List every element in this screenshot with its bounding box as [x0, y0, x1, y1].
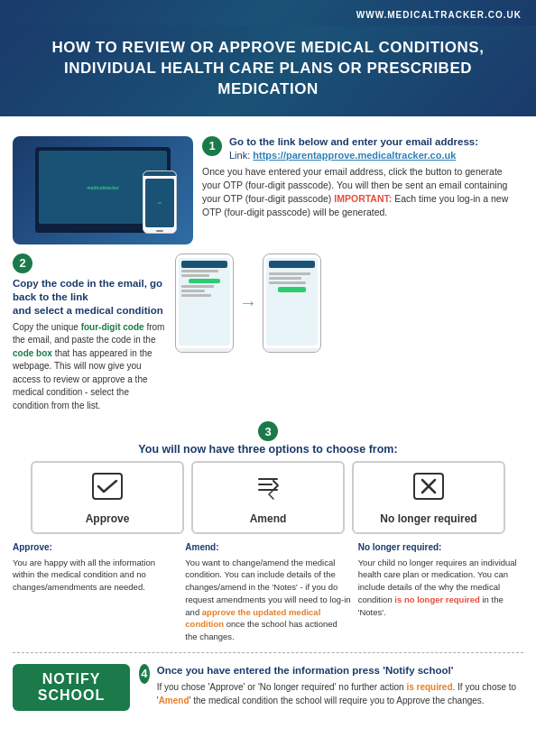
amend-desc: Amend: You want to change/amend the medi…: [185, 541, 350, 643]
no-longer-required-card[interactable]: No longer required: [352, 461, 505, 534]
no-longer-required-label: No longer required: [380, 512, 476, 525]
step3-badge-row: 3: [13, 421, 523, 441]
step4-row: NOTIFY SCHOOL 4 Once you have entered th…: [13, 664, 523, 711]
amend-desc-title: Amend:: [185, 541, 350, 555]
divider: [13, 652, 523, 653]
step2-left: 2 Copy the code in the email, go back to…: [13, 254, 166, 412]
step4-left: NOTIFY SCHOOL: [13, 664, 130, 711]
step3-title: You will now have three options to choos…: [13, 443, 523, 456]
approve-label: Approve: [86, 512, 130, 525]
approve-desc-title: Approve:: [13, 541, 178, 555]
step1-text: 1 Go to the link below and enter your em…: [202, 136, 523, 220]
step4-title: Once you have entered the information pr…: [157, 664, 523, 678]
step1-important: IMPORTANT:: [334, 193, 392, 204]
step1-badge: 1: [202, 136, 222, 156]
step1-title: Go to the link below and enter your emai…: [229, 136, 478, 147]
amend-label: Amend: [250, 512, 287, 525]
no-longer-required-desc: No longer required: Your child no longer…: [358, 541, 523, 643]
step3-badge: 3: [258, 421, 278, 441]
step1-row: medicaltracker mt 1: [13, 136, 523, 244]
step1-desc: Once you have entered your email address…: [202, 165, 523, 220]
phone2-left: [175, 254, 234, 353]
options-desc-row: Approve: You are happy with all the info…: [13, 541, 523, 643]
step2-phones: →: [175, 254, 523, 353]
notify-school-button[interactable]: NOTIFY SCHOOL: [13, 664, 130, 711]
step4-desc: If you chose 'Approve' or 'No longer req…: [157, 680, 523, 707]
main-content: medicaltracker mt 1: [0, 116, 536, 720]
step2-desc: Copy the unique four-digit code from the…: [13, 321, 166, 413]
website-url: WWW.MEDICALTRACKER.CO.UK: [356, 10, 522, 20]
header-main: HOW TO REVIEW OR APPROVE MEDICAL CONDITI…: [0, 25, 536, 116]
step4-badge: 4: [139, 664, 150, 684]
step1-link: Link: https://parentapprove.medicaltrack…: [229, 150, 478, 161]
step2-badge: 2: [13, 254, 32, 273]
approve-desc: Approve: You are happy with all the info…: [13, 541, 178, 643]
approve-card[interactable]: Approve: [31, 461, 184, 534]
no-longer-required-desc-title: No longer required:: [358, 541, 523, 555]
options-row: Approve Amend: [13, 461, 523, 534]
header-top: WWW.MEDICALTRACKER.CO.UK: [0, 0, 536, 25]
step1-device-mockup: medicaltracker mt: [13, 136, 193, 244]
amend-card[interactable]: Amend: [191, 461, 345, 534]
no-longer-required-icon: [412, 472, 445, 507]
approve-icon: [91, 472, 124, 507]
step2-row: 2 Copy the code in the email, go back to…: [13, 254, 523, 412]
main-title: HOW TO REVIEW OR APPROVE MEDICAL CONDITI…: [18, 38, 518, 100]
arrow-right-icon: →: [239, 292, 257, 313]
amend-icon: [252, 472, 284, 507]
phone2-right: [263, 254, 321, 353]
step4-right: 4 Once you have entered the information …: [139, 664, 523, 707]
step3-section: 3 You will now have three options to cho…: [13, 421, 523, 643]
step2-title: Copy the code in the email, go back to t…: [13, 277, 166, 318]
step1-link-url[interactable]: https://parentapprove.medicaltracker.co.…: [253, 150, 456, 161]
